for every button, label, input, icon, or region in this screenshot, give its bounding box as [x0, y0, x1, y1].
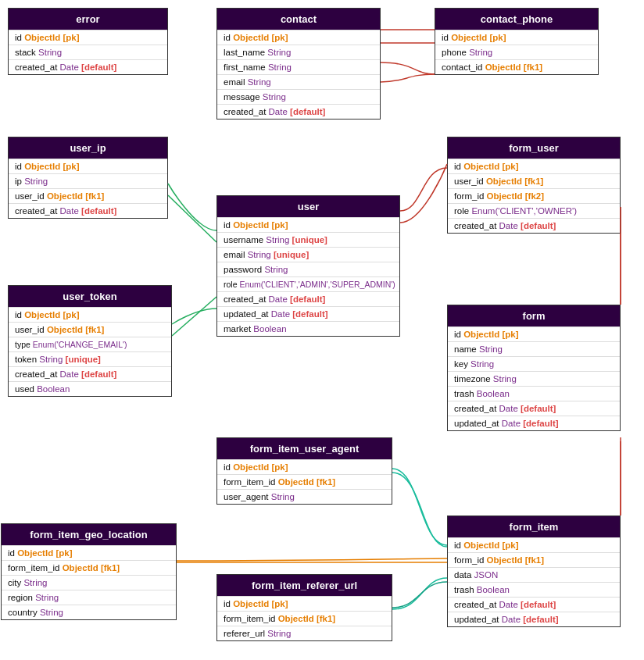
table-row: id ObjectId [pk]: [217, 217, 399, 232]
table-form-item: form_item id ObjectId [pk] form_id Objec…: [447, 516, 621, 627]
table-row: role Enum('CLIENT','OWNER'): [448, 203, 620, 218]
table-row: form_item_id ObjectId [fk1]: [2, 560, 176, 575]
table-row: key String: [448, 356, 620, 371]
table-form-item-geo-location-header: form_item_geo_location: [2, 524, 176, 545]
table-row: used Boolean: [9, 381, 171, 396]
table-user-ip: user_ip id ObjectId [pk] ip String user_…: [8, 137, 168, 219]
table-row: created_at Date [default]: [448, 401, 620, 416]
table-form-item-geo-location: form_item_geo_location id ObjectId [pk] …: [1, 523, 177, 620]
table-user-header: user: [217, 196, 399, 217]
table-form-item-user-agent: form_item_user_agent id ObjectId [pk] fo…: [216, 437, 392, 505]
table-row: created_at Date [default]: [9, 59, 167, 74]
table-row: updated_at Date [default]: [448, 612, 620, 626]
table-row: id ObjectId [pk]: [217, 596, 392, 611]
table-row: region String: [2, 590, 176, 605]
table-row: id ObjectId [pk]: [9, 159, 167, 173]
table-row: timezone String: [448, 371, 620, 386]
svg-line-1: [168, 195, 216, 242]
table-row: user_id ObjectId [fk1]: [448, 173, 620, 188]
table-row: first_name String: [217, 59, 380, 74]
table-row: token String [unique]: [9, 351, 171, 366]
table-form-item-referer-url-header: form_item_referer_url: [217, 575, 392, 596]
table-error: error id ObjectId [pk] stack String crea…: [8, 8, 168, 75]
table-form-user: form_user id ObjectId [pk] user_id Objec…: [447, 137, 621, 234]
table-contact: contact id ObjectId [pk] last_name Strin…: [216, 8, 381, 120]
table-row: created_at Date [default]: [9, 366, 171, 381]
table-row: id ObjectId [pk]: [217, 30, 380, 45]
table-row: city String: [2, 575, 176, 590]
table-row: contact_id ObjectId [fk1]: [435, 59, 598, 74]
table-row: username String [unique]: [217, 232, 399, 247]
table-row: trash Boolean: [448, 386, 620, 401]
table-row: type Enum('CHANGE_EMAIL'): [9, 337, 171, 351]
table-row: id ObjectId [pk]: [217, 459, 392, 474]
table-row: id ObjectId [pk]: [9, 307, 171, 322]
table-row: id ObjectId [pk]: [448, 537, 620, 552]
table-row: trash Boolean: [448, 582, 620, 597]
table-contact-header: contact: [217, 9, 380, 30]
table-row: ip String: [9, 173, 167, 188]
svg-line-2: [172, 297, 216, 336]
table-row: user_id ObjectId [fk1]: [9, 188, 167, 203]
table-form: form id ObjectId [pk] name String key St…: [447, 305, 621, 431]
table-row: stack String: [9, 45, 167, 59]
table-form-item-referer-url: form_item_referer_url id ObjectId [pk] f…: [216, 574, 392, 641]
table-row: email String [unique]: [217, 247, 399, 262]
table-row: created_at Date [default]: [217, 104, 380, 119]
table-row: updated_at Date [default]: [448, 416, 620, 430]
table-form-header: form: [448, 305, 620, 326]
table-row: id ObjectId [pk]: [2, 545, 176, 560]
table-form-item-header: form_item: [448, 516, 620, 537]
table-form-user-header: form_user: [448, 137, 620, 159]
table-row: created_at Date [default]: [448, 597, 620, 612]
table-row: form_item_id ObjectId [fk1]: [217, 474, 392, 489]
table-row: form_id ObjectId [fk1]: [448, 552, 620, 567]
table-row: user_agent String: [217, 489, 392, 504]
table-row: phone String: [435, 45, 598, 59]
table-row: email String: [217, 74, 380, 89]
table-row: data JSON: [448, 567, 620, 582]
table-row: role Enum('CLIENT','ADMIN','SUPER_ADMIN'…: [217, 276, 399, 291]
table-row: created_at Date [default]: [217, 291, 399, 306]
table-contact-phone-header: contact_phone: [435, 9, 598, 30]
table-row: updated_at Date [default]: [217, 306, 399, 321]
table-row: form_id ObjectId [fk2]: [448, 188, 620, 203]
table-user-token-header: user_token: [9, 286, 171, 307]
table-row: last_name String: [217, 45, 380, 59]
table-row: id ObjectId [pk]: [448, 159, 620, 173]
table-row: market Boolean: [217, 321, 399, 336]
table-row: created_at Date [default]: [448, 218, 620, 233]
table-row: created_at Date [default]: [9, 203, 167, 218]
table-user-token: user_token id ObjectId [pk] user_id Obje…: [8, 285, 172, 397]
table-row: id ObjectId [pk]: [9, 30, 167, 45]
table-user-ip-header: user_ip: [9, 137, 167, 159]
diagram: error id ObjectId [pk] stack String crea…: [0, 0, 644, 660]
table-user: user id ObjectId [pk] username String [u…: [216, 195, 400, 337]
table-row: id ObjectId [pk]: [435, 30, 598, 45]
table-form-item-user-agent-header: form_item_user_agent: [217, 438, 392, 459]
table-row: referer_url String: [217, 626, 392, 640]
table-error-header: error: [9, 9, 167, 30]
table-row: message String: [217, 89, 380, 104]
table-row: password String: [217, 262, 399, 276]
table-row: user_id ObjectId [fk1]: [9, 322, 171, 337]
table-row: name String: [448, 341, 620, 356]
table-row: id ObjectId [pk]: [448, 326, 620, 341]
table-contact-phone: contact_phone id ObjectId [pk] phone Str…: [435, 8, 599, 75]
table-row: country String: [2, 605, 176, 619]
table-row: form_item_id ObjectId [fk1]: [217, 611, 392, 626]
